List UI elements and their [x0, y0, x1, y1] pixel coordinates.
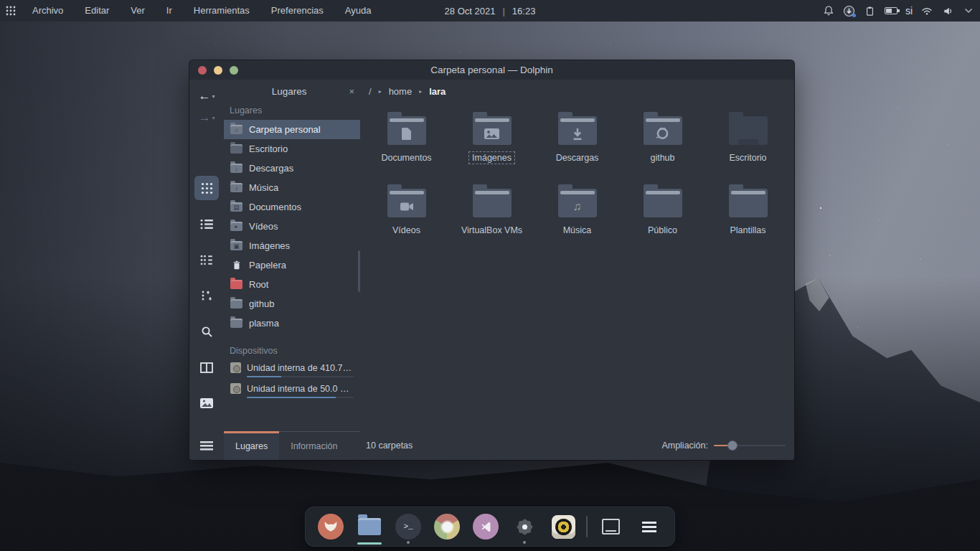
- folder-video-icon: [387, 189, 426, 217]
- menu-archivo[interactable]: Archivo: [22, 0, 74, 22]
- folder-video-icon: [230, 222, 242, 231]
- folder-musica[interactable]: Música: [534, 179, 620, 252]
- close-panel-icon[interactable]: ×: [349, 86, 354, 97]
- tab-informacion[interactable]: Información: [279, 432, 349, 460]
- clipboard-icon[interactable]: [863, 4, 877, 18]
- breadcrumb-separator-icon: ▸: [379, 88, 382, 95]
- show-desktop-icon[interactable]: [595, 507, 626, 547]
- trash-icon: [230, 260, 242, 270]
- places-item-escritorio[interactable]: Escritorio: [224, 139, 360, 159]
- zoom-label: Ampliación:: [661, 441, 708, 451]
- expand-tray-icon[interactable]: [961, 4, 976, 18]
- clock[interactable]: 28 Oct 2021 | 16:23: [445, 6, 536, 17]
- breadcrumb-root[interactable]: /: [369, 86, 372, 97]
- top-panel: Archivo Editar Ver Ir Herramientas Prefe…: [0, 0, 980, 22]
- places-section-label: Lugares: [224, 103, 360, 120]
- keyboard-layout-indicator[interactable]: si: [905, 5, 913, 17]
- zoom-slider[interactable]: [714, 441, 786, 451]
- dock-active-indicator: [357, 542, 382, 545]
- forward-button[interactable]: →▾: [198, 107, 215, 128]
- folder-publico[interactable]: Público: [620, 179, 705, 252]
- places-item-videos[interactable]: Vídeos: [224, 217, 360, 236]
- device-item-50[interactable]: Unidad interna de 50.0 …: [224, 381, 360, 402]
- wifi-icon[interactable]: [920, 4, 934, 18]
- folder-imagenes[interactable]: Imágenes: [449, 107, 534, 179]
- search-icon[interactable]: [194, 319, 219, 344]
- folder-virtualbox-vms[interactable]: VirtualBox VMs: [449, 179, 534, 252]
- app-launcher-icon[interactable]: [0, 6, 22, 16]
- places-item-musica[interactable]: Música: [224, 178, 360, 197]
- menu-ir[interactable]: Ir: [156, 0, 183, 22]
- device-item-410[interactable]: Unidad interna de 410.7 …: [224, 360, 360, 381]
- media-player-icon[interactable]: [547, 507, 579, 547]
- zoom-slider-handle[interactable]: [727, 441, 738, 451]
- folder-videos[interactable]: Vídeos: [364, 179, 449, 252]
- dolphin-window: Carpeta personal — Dolphin ←▾ →▾: [189, 60, 794, 460]
- places-item-label: Papelera: [249, 260, 286, 270]
- firefox-icon[interactable]: [315, 507, 347, 547]
- menu-ayuda[interactable]: Ayuda: [334, 0, 382, 22]
- menu-herramientas[interactable]: Herramientas: [183, 0, 260, 22]
- titlebar[interactable]: Carpeta personal — Dolphin: [189, 60, 794, 80]
- battery-icon[interactable]: [884, 4, 898, 18]
- places-item-plasma[interactable]: plasma: [224, 314, 360, 333]
- folder-name: VirtualBox VMs: [458, 224, 526, 237]
- menu-ver[interactable]: Ver: [120, 0, 156, 22]
- places-item-label: Descargas: [249, 163, 293, 174]
- folder-music-icon: [558, 189, 597, 217]
- volume-icon[interactable]: [941, 4, 955, 18]
- settings-icon[interactable]: [509, 507, 540, 547]
- breadcrumb-home[interactable]: home: [389, 86, 413, 97]
- places-item-root[interactable]: Root: [224, 275, 360, 294]
- close-window-button[interactable]: [198, 66, 207, 75]
- global-menubar: Archivo Editar Ver Ir Herramientas Prefe…: [22, 0, 382, 22]
- folder-name: Imágenes: [468, 151, 515, 164]
- menu-preferencias[interactable]: Preferencias: [260, 0, 334, 22]
- statusbar: Lugares Información 10 carpetas Ampliaci…: [189, 431, 794, 460]
- places-item-papelera[interactable]: Papelera: [224, 255, 360, 275]
- places-item-documentos[interactable]: Documentos: [224, 197, 360, 217]
- folder-plantillas[interactable]: Plantillas: [705, 179, 791, 252]
- status-text: 10 carpetas: [360, 431, 661, 460]
- compact-view-button[interactable]: [194, 248, 219, 272]
- folder-download-icon: [558, 116, 597, 145]
- maximize-window-button[interactable]: [230, 66, 238, 75]
- terminal-icon[interactable]: >_: [392, 507, 424, 547]
- folder-descargas[interactable]: Descargas: [534, 107, 620, 179]
- folder-github[interactable]: github: [620, 107, 705, 179]
- hamburger-menu-icon[interactable]: [189, 431, 224, 460]
- device-usage-bar: [247, 376, 354, 377]
- folder-icon: [729, 189, 768, 217]
- preview-toggle-icon[interactable]: [194, 391, 219, 415]
- folder-documents-icon: [230, 202, 242, 212]
- folder-image-icon: [473, 116, 512, 145]
- places-item-github[interactable]: github: [224, 294, 360, 314]
- folder-escritorio[interactable]: Escritorio: [705, 107, 791, 179]
- chromium-icon[interactable]: [431, 507, 463, 547]
- places-item-label: Escritorio: [249, 143, 288, 154]
- notifications-icon[interactable]: [821, 4, 836, 18]
- minimize-window-button[interactable]: [214, 66, 222, 75]
- file-manager-icon[interactable]: [354, 507, 385, 547]
- folder-name: Plantillas: [726, 224, 769, 237]
- places-item-descargas[interactable]: Descargas: [224, 159, 360, 178]
- breadcrumb-current[interactable]: lara: [429, 86, 446, 97]
- places-item-label: github: [249, 298, 274, 309]
- folder-icon: [230, 299, 242, 309]
- menu-editar[interactable]: Editar: [74, 0, 120, 22]
- icons-view-button[interactable]: [194, 176, 219, 200]
- folder-desktop-icon: [729, 116, 768, 145]
- details-view-button[interactable]: [194, 212, 219, 236]
- sort-button[interactable]: [194, 283, 219, 308]
- updates-icon[interactable]: [842, 4, 857, 18]
- back-button[interactable]: ←▾: [198, 85, 215, 107]
- places-item-imagenes[interactable]: Imágenes: [224, 236, 360, 255]
- places-item-carpeta-personal[interactable]: Carpeta personal: [224, 120, 360, 139]
- folder-name: github: [646, 151, 678, 164]
- split-view-button[interactable]: [194, 355, 219, 380]
- vscode-icon[interactable]: [470, 507, 501, 547]
- sidebar-scrollbar[interactable]: [358, 250, 360, 292]
- app-menu-icon[interactable]: [633, 507, 665, 547]
- folder-documentos[interactable]: Documentos: [364, 107, 449, 179]
- tab-lugares[interactable]: Lugares: [224, 432, 279, 460]
